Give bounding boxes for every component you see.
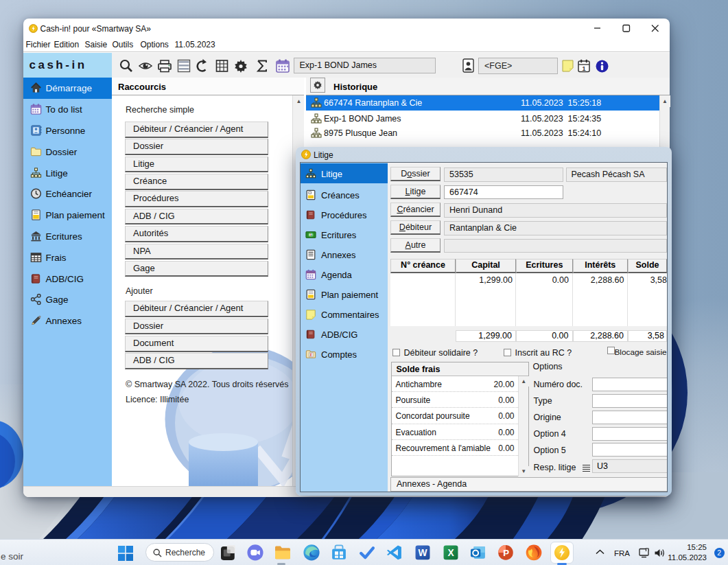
svg-text:P: P	[503, 548, 509, 558]
svg-text:1: 1	[582, 65, 585, 71]
svg-text:FRA: FRA	[614, 549, 630, 557]
svg-text:X: X	[447, 548, 454, 558]
svg-text:W: W	[419, 548, 427, 558]
svg-text:Σ: Σ	[309, 353, 312, 357]
